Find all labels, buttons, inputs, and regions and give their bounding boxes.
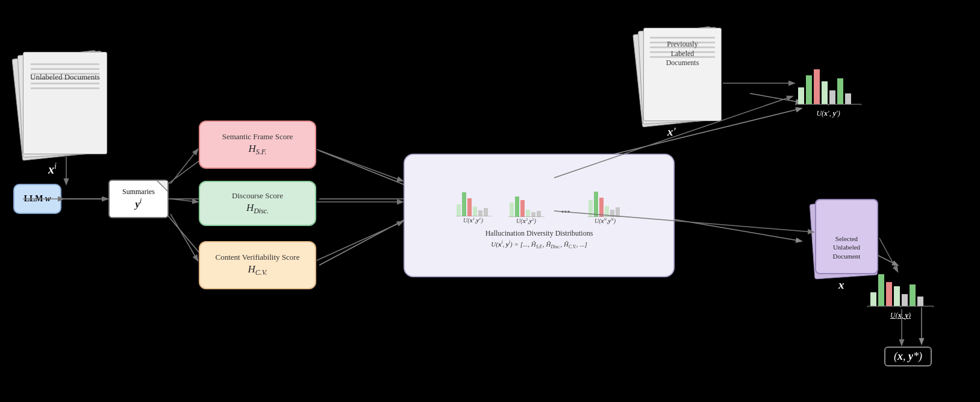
- svg-rect-46: [878, 274, 884, 306]
- svg-rect-49: [902, 294, 908, 306]
- svg-rect-20: [510, 203, 514, 217]
- dist-chart-n: U(xN,yN): [587, 188, 623, 224]
- svg-line-9: [750, 93, 801, 102]
- summaries-text: Summaries: [122, 187, 155, 196]
- discourse-score-label: Discourse Score: [232, 191, 283, 201]
- svg-rect-30: [605, 206, 609, 217]
- dist-chart-n-label: U(xN,yN): [595, 217, 616, 224]
- dist-charts-row: U(x1,y1) U(x2,y2) ...: [455, 187, 623, 224]
- prev-xprime-label: x′: [667, 125, 676, 139]
- dist-title: Hallucination Diversity Distributions: [485, 229, 593, 238]
- u-xprime-label: U(x′, y′): [795, 109, 861, 118]
- svg-rect-17: [478, 210, 482, 216]
- svg-rect-39: [837, 78, 843, 104]
- dist-chart-1-label: U(x1,y1): [463, 216, 483, 224]
- dist-chart-2: U(x2,y2): [508, 188, 545, 224]
- svg-rect-15: [467, 198, 472, 216]
- content-score-label: Content Verifiability Score: [216, 253, 300, 262]
- selected-x-label: x: [838, 278, 844, 292]
- svg-rect-45: [870, 292, 876, 306]
- u-xy-svg: [867, 259, 934, 307]
- svg-rect-13: [457, 204, 461, 216]
- dist-chart-2-label: U(x2,y2): [516, 217, 536, 224]
- svg-rect-40: [845, 93, 851, 104]
- summaries-box: Summaries yi: [108, 180, 169, 218]
- semantic-score-h: HS.F.: [249, 143, 267, 157]
- svg-rect-28: [594, 192, 598, 217]
- unlabeled-docs-label: Unlabeled Documents: [25, 72, 105, 83]
- final-output: (x, y*): [884, 347, 932, 366]
- doc-page-front: [23, 52, 107, 154]
- svg-rect-35: [806, 75, 812, 104]
- llm-box: LLM w: [13, 184, 61, 214]
- semantic-score-label: Semantic Frame Score: [222, 132, 293, 142]
- svg-rect-47: [886, 282, 892, 306]
- summaries-yi: yi: [136, 196, 142, 210]
- svg-rect-34: [798, 87, 804, 104]
- svg-rect-48: [894, 286, 900, 306]
- diagram-container: Unlabeled Documents xi LLM w Summaries y…: [0, 0, 980, 402]
- dist-chart-1: U(x1,y1): [455, 187, 492, 224]
- svg-rect-16: [473, 207, 477, 216]
- svg-rect-32: [616, 207, 620, 217]
- content-score-h: HC.V.: [248, 263, 267, 277]
- dist-formula: U(xi, yi) = [..., ĤS.F., ĤDisc., ĤC.V., …: [491, 239, 587, 250]
- svg-rect-22: [520, 200, 525, 217]
- u-xy-label: U(x, y): [867, 311, 934, 320]
- svg-rect-31: [610, 210, 614, 217]
- selected-doc-label: SelectedUnlabeledDocument: [833, 234, 861, 260]
- svg-line-7: [319, 217, 410, 265]
- dist-chart-2-svg: [508, 188, 545, 217]
- u-xprime-chart: U(x′, y′): [795, 57, 861, 118]
- svg-rect-21: [515, 196, 519, 217]
- unlabeled-xi-label: xi: [48, 162, 57, 177]
- content-score-box: Content Verifiability Score HC.V.: [199, 241, 316, 289]
- svg-rect-27: [588, 200, 593, 217]
- dist-chart-1-svg: [455, 187, 492, 216]
- semantic-score-box: Semantic Frame Score HS.F.: [199, 121, 316, 169]
- svg-rect-25: [537, 211, 541, 217]
- svg-rect-23: [526, 210, 530, 217]
- discourse-score-h: HDisc.: [246, 202, 269, 216]
- svg-line-5: [319, 151, 410, 187]
- svg-rect-36: [814, 69, 820, 104]
- u-xprime-svg: [795, 57, 861, 105]
- discourse-score-box: Discourse Score HDisc.: [199, 181, 316, 226]
- dist-box: U(x1,y1) U(x2,y2) ...: [404, 154, 675, 277]
- svg-rect-14: [462, 192, 466, 216]
- svg-rect-50: [910, 284, 916, 306]
- svg-rect-37: [822, 81, 828, 104]
- llm-label: LLM w: [24, 194, 51, 204]
- svg-rect-29: [599, 198, 604, 217]
- u-xy-chart: U(x, y): [867, 259, 934, 320]
- dist-dots: ...: [561, 202, 570, 216]
- prev-labeled-label: PreviouslyLabeledDocuments: [646, 40, 719, 68]
- svg-rect-38: [829, 90, 835, 104]
- svg-rect-24: [531, 212, 535, 217]
- dist-chart-n-svg: [587, 188, 623, 217]
- svg-rect-18: [484, 208, 488, 216]
- svg-rect-51: [917, 297, 923, 306]
